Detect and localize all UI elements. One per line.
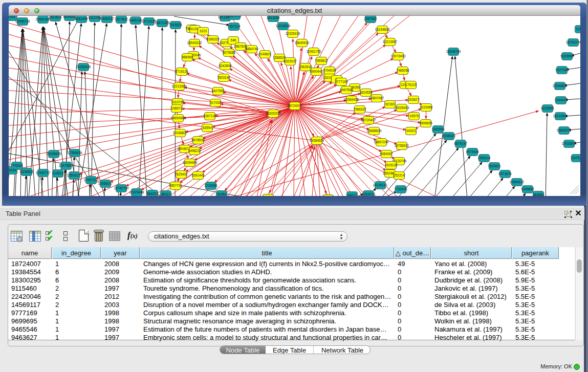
svg-text:3624554: 3624554 [359, 91, 373, 94]
svg-text:17016504: 17016504 [562, 142, 577, 145]
svg-text:19384554: 19384554 [310, 139, 324, 142]
svg-text:1010755: 1010755 [171, 100, 184, 104]
svg-text:8854749: 8854749 [245, 47, 258, 51]
svg-text:8427552: 8427552 [211, 89, 225, 93]
svg-text:10973493: 10973493 [391, 54, 406, 58]
svg-text:16154808: 16154808 [375, 28, 390, 31]
svg-text:16099489: 16099489 [183, 161, 198, 164]
svg-text:7357224: 7357224 [227, 25, 241, 28]
svg-text:2935114: 2935114 [478, 156, 491, 160]
svg-text:12942737: 12942737 [36, 171, 51, 174]
svg-text:7485056: 7485056 [396, 69, 409, 72]
svg-text:6679197: 6679197 [454, 142, 467, 145]
svg-text:18724007: 18724007 [288, 104, 302, 107]
svg-text:12213967: 12213967 [383, 40, 398, 43]
svg-text:11124: 11124 [576, 27, 580, 31]
svg-text:6466160: 6466160 [129, 18, 142, 22]
svg-text:17957233: 17957233 [84, 178, 99, 182]
svg-text:114519: 114519 [52, 171, 63, 175]
svg-text:2718126: 2718126 [175, 70, 188, 73]
svg-text:9227349: 9227349 [555, 68, 569, 72]
svg-text:175115: 175115 [405, 83, 417, 86]
svg-text:18807249: 18807249 [374, 140, 389, 144]
svg-text:19218506: 19218506 [276, 24, 291, 28]
svg-text:964562: 964562 [533, 193, 544, 196]
svg-text:12213369: 12213369 [172, 84, 187, 88]
svg-text:7632621: 7632621 [488, 164, 501, 168]
svg-text:14136141: 14136141 [373, 183, 388, 187]
svg-text:3267130: 3267130 [203, 114, 216, 118]
svg-text:8990443: 8990443 [310, 70, 323, 73]
svg-text:20691406: 20691406 [36, 17, 51, 21]
svg-text:1733426: 1733426 [394, 187, 407, 191]
svg-text:1691443: 1691443 [191, 173, 205, 177]
svg-text:10719155: 10719155 [142, 19, 157, 23]
svg-text:16671355: 16671355 [155, 21, 170, 25]
svg-text:8215955: 8215955 [541, 106, 554, 110]
svg-text:7986322: 7986322 [353, 107, 366, 111]
svg-text:9146821: 9146821 [258, 52, 272, 56]
svg-text:94923: 94923 [406, 129, 416, 133]
svg-text:7625402: 7625402 [175, 172, 188, 176]
svg-text:1821704: 1821704 [228, 16, 242, 17]
svg-text:9329966: 9329966 [560, 54, 574, 58]
svg-text:1167533: 1167533 [571, 156, 580, 160]
svg-text:988968: 988968 [182, 55, 193, 59]
svg-text:2687682: 2687682 [364, 17, 377, 20]
svg-text:16543312: 16543312 [187, 41, 202, 45]
svg-text:10961755: 10961755 [307, 50, 321, 53]
svg-text:16648784: 16648784 [446, 50, 461, 53]
svg-text:12503135: 12503135 [67, 173, 82, 177]
svg-text:10958107: 10958107 [98, 182, 113, 185]
svg-text:92450: 92450 [217, 192, 226, 196]
svg-text:9474444: 9474444 [466, 150, 479, 154]
svg-text:19166827: 19166827 [173, 131, 188, 135]
svg-text:21053346: 21053346 [76, 65, 91, 69]
svg-text:108673: 108673 [171, 106, 182, 110]
svg-text:9084067: 9084067 [380, 152, 393, 156]
svg-text:39154: 39154 [9, 168, 16, 172]
svg-text:25206535: 25206535 [47, 152, 61, 156]
svg-text:19756921: 19756921 [395, 144, 409, 147]
svg-text:917008: 917008 [210, 101, 221, 104]
svg-text:6497568: 6497568 [340, 88, 353, 92]
svg-text:1588520: 1588520 [273, 56, 286, 59]
svg-text:8813054: 8813054 [267, 16, 280, 19]
svg-text:10688609: 10688609 [367, 129, 382, 133]
svg-text:12323448: 12323448 [129, 190, 144, 194]
svg-text:18300295: 18300295 [266, 112, 281, 115]
svg-text:8678533: 8678533 [191, 138, 205, 142]
svg-text:10654112: 10654112 [510, 180, 525, 184]
svg-text:7654: 7654 [9, 16, 16, 18]
svg-text:7955812: 7955812 [315, 59, 328, 62]
svg-text:21564456: 21564456 [344, 98, 359, 101]
svg-text:9115460: 9115460 [420, 105, 433, 109]
svg-text:16720407: 16720407 [361, 118, 376, 122]
svg-text:9245652: 9245652 [521, 187, 534, 191]
svg-text:8322037: 8322037 [284, 59, 297, 63]
svg-text:9242845: 9242845 [219, 64, 232, 68]
svg-text:3675685: 3675685 [222, 51, 235, 54]
svg-text:19654983: 19654983 [171, 116, 186, 120]
svg-text:1615132: 1615132 [384, 163, 398, 167]
svg-text:9634509: 9634509 [63, 16, 76, 18]
svg-text:62160: 62160 [385, 102, 395, 106]
svg-text:7803144: 7803144 [217, 76, 230, 79]
svg-text:10975857: 10975857 [59, 164, 74, 167]
svg-text:3498222: 3498222 [188, 149, 201, 152]
svg-text:12325419: 12325419 [286, 32, 300, 35]
svg-text:19575: 19575 [409, 114, 419, 118]
svg-text:14055724: 14055724 [15, 19, 30, 23]
svg-text:8471676: 8471676 [498, 172, 512, 176]
svg-text:9777169: 9777169 [335, 80, 348, 83]
svg-text:964201: 964201 [147, 192, 158, 195]
svg-text:10653267: 10653267 [100, 17, 115, 20]
svg-text:10807487: 10807487 [369, 96, 384, 100]
svg-text:88113: 88113 [161, 192, 170, 196]
svg-text:7515525: 7515525 [169, 23, 182, 27]
svg-text:546: 546 [231, 38, 236, 42]
svg-text:252214: 252214 [394, 173, 405, 177]
svg-text:9699695: 9699695 [419, 121, 432, 125]
svg-text:10025493: 10025493 [395, 106, 409, 110]
svg-text:1640954: 1640954 [431, 127, 445, 131]
